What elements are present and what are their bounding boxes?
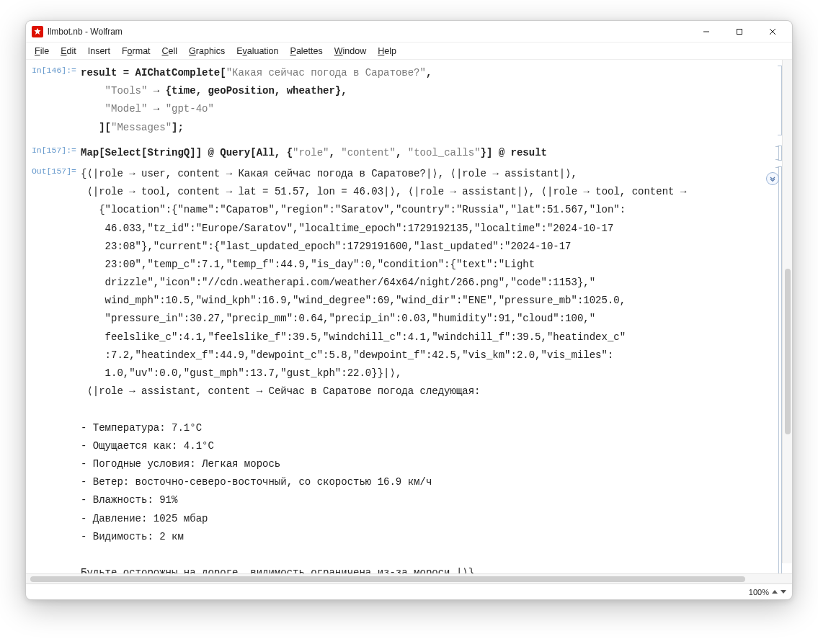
- menu-file[interactable]: File: [30, 45, 53, 58]
- cell-label: In[146]:=: [30, 64, 81, 75]
- maximize-button[interactable]: [723, 21, 756, 43]
- input-cell-157[interactable]: In[157]:= Map[Select[StringQ]] @ Query[A…: [30, 144, 783, 162]
- menu-window[interactable]: Window: [330, 45, 370, 58]
- vertical-scrollbar[interactable]: [782, 60, 792, 563]
- output-cell-157[interactable]: Out[157]= {⟨|role → user, content → Кака…: [30, 165, 783, 573]
- menu-insert[interactable]: Insert: [84, 45, 115, 58]
- svg-marker-0: [35, 28, 41, 35]
- cell-body[interactable]: Map[Select[StringQ]] @ Query[All, {"role…: [81, 144, 783, 162]
- notebook-area[interactable]: In[146]:= result = AIChatComplete["Какая…: [26, 60, 792, 573]
- statusbar: 100%: [26, 583, 792, 599]
- cell-body[interactable]: {⟨|role → user, content → Какая сейчас п…: [81, 165, 783, 573]
- titlebar[interactable]: llmbot.nb - Wolfram: [26, 21, 792, 43]
- window-title: llmbot.nb - Wolfram: [48, 27, 123, 37]
- wolfram-icon: [32, 26, 43, 37]
- menu-cell[interactable]: Cell: [158, 45, 182, 58]
- menu-help[interactable]: Help: [373, 45, 401, 58]
- expand-cell-icon[interactable]: [766, 172, 779, 185]
- menu-evaluation[interactable]: Evaluation: [232, 45, 283, 58]
- menu-palettes[interactable]: Palettes: [286, 45, 327, 58]
- menu-format[interactable]: Format: [117, 45, 155, 58]
- zoom-level[interactable]: 100%: [749, 588, 769, 596]
- menu-graphics[interactable]: Graphics: [185, 45, 229, 58]
- zoom-down-icon[interactable]: [781, 590, 786, 594]
- menubar: File Edit Insert Format Cell Graphics Ev…: [26, 43, 792, 60]
- cell-body[interactable]: result = AIChatComplete["Какая сейчас по…: [81, 64, 783, 137]
- close-button[interactable]: [756, 21, 789, 43]
- scrollbar-thumb[interactable]: [30, 576, 745, 582]
- svg-rect-2: [737, 29, 742, 34]
- cell-label: Out[157]=: [30, 165, 81, 176]
- cell-label: In[157]:=: [30, 144, 81, 155]
- zoom-up-icon[interactable]: [772, 590, 778, 594]
- app-window: llmbot.nb - Wolfram File Edit Insert For…: [25, 20, 793, 600]
- input-cell-146[interactable]: In[146]:= result = AIChatComplete["Какая…: [30, 64, 783, 137]
- scrollbar-thumb[interactable]: [785, 269, 791, 434]
- menu-edit[interactable]: Edit: [56, 45, 81, 58]
- horizontal-scrollbar[interactable]: [26, 573, 792, 583]
- minimize-button[interactable]: [690, 21, 723, 43]
